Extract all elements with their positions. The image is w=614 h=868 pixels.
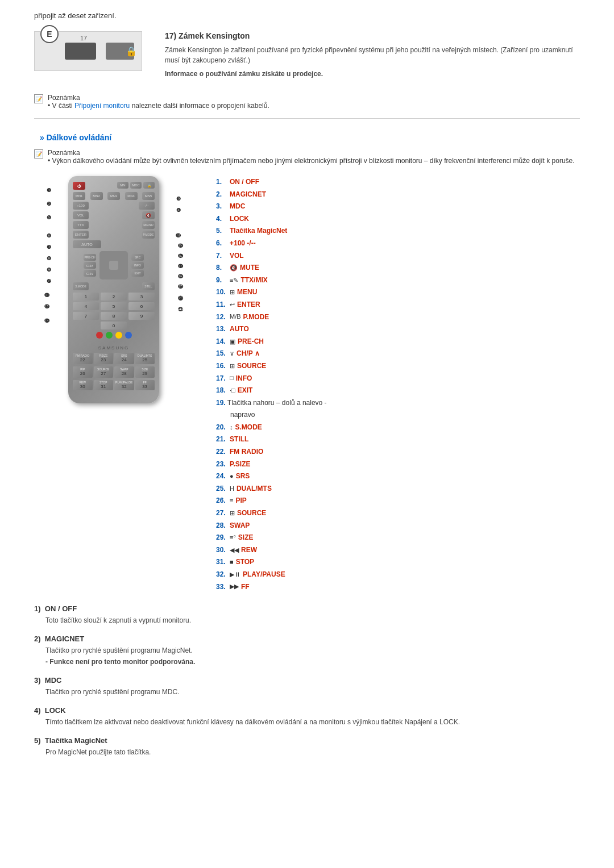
legend-item-3: 3. MDC — [216, 201, 580, 213]
remote-prech-btn[interactable]: PRE-CH — [84, 254, 96, 261]
remote-auto-btn[interactable]: AUTO — [73, 240, 101, 248]
remote-ttx-btn[interactable]: TTX — [73, 221, 89, 229]
remote-ff-btn[interactable]: FF 33 — [135, 380, 155, 390]
note-text-1b: naleznete další informace o propojení ka… — [132, 102, 269, 110]
remote-mn5[interactable]: MN5 — [142, 192, 155, 200]
top-btn-group: MN MDC 🔒 — [117, 182, 155, 189]
remote-fmradio-btn[interactable]: FM RADIO 22 — [73, 353, 93, 364]
remote-exit-btn[interactable]: EXIT — [131, 270, 144, 277]
legend-item-24: 24. ● SRS — [216, 470, 580, 483]
legend-item-1: 1. ON / OFF — [216, 176, 580, 189]
kensington-slot1 — [65, 43, 96, 60]
remote-lock-btn[interactable]: 🔒 — [143, 182, 155, 189]
remote-num9[interactable]: 9 — [128, 312, 155, 320]
legend-item-4: 4. LOCK — [216, 213, 580, 226]
callout-16: ⓰ — [178, 253, 183, 259]
remote-dpad-center[interactable] — [109, 261, 118, 270]
remote-chdn-btn[interactable]: CH∨ — [84, 270, 96, 277]
ttx-menu-row: TTX MENU — [73, 221, 155, 229]
remote-source2-btn[interactable]: SOURCE 27 — [94, 366, 114, 378]
legend-item-17: 17. □ INFO — [216, 373, 580, 385]
remote-num7[interactable]: 7 — [73, 312, 99, 320]
remote-mn3[interactable]: MN3 — [107, 192, 120, 200]
remote-enter-btn[interactable]: ENTER — [73, 231, 89, 239]
remote-mdc-btn[interactable]: MDC — [130, 182, 142, 189]
remote-mn2[interactable]: MN2 — [90, 192, 103, 200]
remote-red-btn[interactable] — [96, 332, 103, 339]
note-content-1: Poznámka • V části Připojení monitoru na… — [48, 94, 269, 110]
remote-playpause-btn[interactable]: PLAY/PAUSE 32 — [114, 380, 134, 390]
remote-size-btn[interactable]: SIZE 29 — [135, 366, 155, 378]
kensington-diagram: E 17 🔒 — [34, 31, 142, 71]
legend-item-31: 31. ■ STOP — [216, 556, 580, 569]
callout-12: ⓬ — [44, 304, 49, 310]
remote-psize-btn[interactable]: P.SIZE 23 — [94, 353, 114, 364]
callout-1: ❶ — [47, 187, 51, 193]
remote-mute-btn[interactable]: 🔇 — [142, 211, 155, 219]
remote-srs-btn[interactable]: SRS 24 — [114, 353, 134, 364]
callout-14: ⓮ — [176, 233, 181, 239]
remote-dpad[interactable] — [99, 251, 128, 279]
remote-plus100-btn[interactable]: +100 — [73, 202, 89, 210]
remote-num4[interactable]: 4 — [73, 302, 99, 310]
callout-17: ⓱ — [178, 264, 183, 269]
remote-num2[interactable]: 2 — [101, 293, 127, 301]
remote-menu-btn[interactable]: MENU — [142, 221, 155, 229]
remote-smode-btn[interactable]: S.MODE — [73, 282, 89, 290]
remote-yellow-btn[interactable] — [115, 332, 122, 339]
desc-text-3: Tlačítko pro rychlé spuštění programu MD… — [34, 687, 580, 698]
remote-control-diagram: ❶ ❷ ❺ ❻ ❼ ❽ ❾ ❿ ⓫ ⓬ ⓭ ❸ ❹ ⓮ ⓯ ⓰ ⓱ ⓲ ⓳ ⓴ … — [34, 176, 193, 403]
remote-pmode-btn[interactable]: P.MODE — [142, 231, 155, 239]
remote-mn4[interactable]: MN4 — [125, 192, 138, 200]
remote-num3[interactable]: 3 — [128, 293, 155, 301]
magicnet-btn-row: MN1 MN2 MN3 MN4 MN5 — [73, 192, 155, 200]
legend-item-16: 16. ⊞ SOURCE — [216, 360, 580, 373]
enter-pmode-row: ENTER P.MODE — [73, 231, 155, 239]
legend-item-19: 19. Tlačítka nahoru – dolů a nalevo - na… — [216, 397, 580, 422]
desc-num-3: 3) MDC — [34, 676, 580, 685]
remote-swap-btn[interactable]: SWAP 28 — [114, 366, 134, 378]
legend-item-7: 7. VOL — [216, 250, 580, 262]
remote-dualmts-btn[interactable]: DUAL/MTS 25 — [135, 353, 155, 364]
remote-pip-btn[interactable]: PIP 26 — [73, 366, 93, 378]
callout-10: ❿ — [47, 278, 51, 284]
legend-item-32: 32. ▶⏸ PLAY/PAUSE — [216, 569, 580, 581]
remote-vol-btn[interactable]: VOL — [73, 211, 89, 219]
legend-item-27: 27. ⊞ SOURCE — [216, 507, 580, 520]
remote-minus-btn[interactable]: -/-- — [139, 202, 155, 210]
remote-blue-btn[interactable] — [125, 332, 132, 339]
remote-body: ⏻ MN MDC 🔒 MN1 MN2 MN3 MN4 MN5 — [68, 176, 159, 403]
remote-num0[interactable]: 0 — [101, 322, 127, 329]
legend-item-13: 13. AUTO — [216, 323, 580, 336]
remote-source-btn[interactable]: SRC — [131, 254, 144, 261]
callout-21: ㉑ — [178, 307, 183, 312]
legend-item-2: 2. MAGICNET — [216, 189, 580, 201]
remote-num8[interactable]: 8 — [101, 312, 127, 320]
desc-item-5: 5) Tlačítka MagicNet Pro MagicNet použij… — [34, 736, 580, 758]
callout-3: ❸ — [176, 196, 181, 202]
remote-green-btn[interactable] — [106, 332, 113, 339]
remote-mn1[interactable]: MN1 — [73, 192, 85, 200]
kensington-title: 17) Zámek Kensington — [165, 31, 580, 40]
remote-num1[interactable]: 1 — [73, 293, 99, 301]
remote-num6[interactable]: 6 — [128, 302, 155, 310]
remote-still-btn[interactable]: STILL — [142, 282, 155, 290]
remote-chup-btn[interactable]: CH∧ — [84, 262, 96, 269]
remote-info-btn[interactable]: INFO — [131, 262, 144, 269]
callout-9: ❾ — [47, 267, 51, 273]
right-btns: SRC INFO EXIT — [131, 254, 144, 277]
remote-power-btn[interactable]: ⏻ — [73, 182, 85, 190]
remote-bottom-row2: PIP 26 SOURCE 27 SWAP 28 SIZE 29 — [73, 366, 155, 378]
remote-num5[interactable]: 5 — [101, 302, 127, 310]
note-text-2a: Výkon dálkového ovládání může být ovlivn… — [52, 157, 575, 165]
note-link-1[interactable]: Připojení monitoru — [74, 102, 130, 110]
kensington-image: E 17 🔒 — [34, 31, 148, 71]
kensington-desc-text: Zámek Kensington je zařízení používané p… — [165, 45, 580, 65]
legend-item-11: 11. ↩ ENTER — [216, 299, 580, 311]
remote-magicnet-btn[interactable]: MN — [117, 182, 128, 189]
vol-mute-row: VOL 🔇 — [73, 211, 155, 219]
remote-rew-btn[interactable]: REW 30 — [73, 380, 93, 390]
callout-20: ⓴ — [178, 295, 183, 301]
remote-stop-btn[interactable]: STOP 31 — [94, 380, 114, 390]
note-icon-1: 📝 — [34, 94, 43, 103]
